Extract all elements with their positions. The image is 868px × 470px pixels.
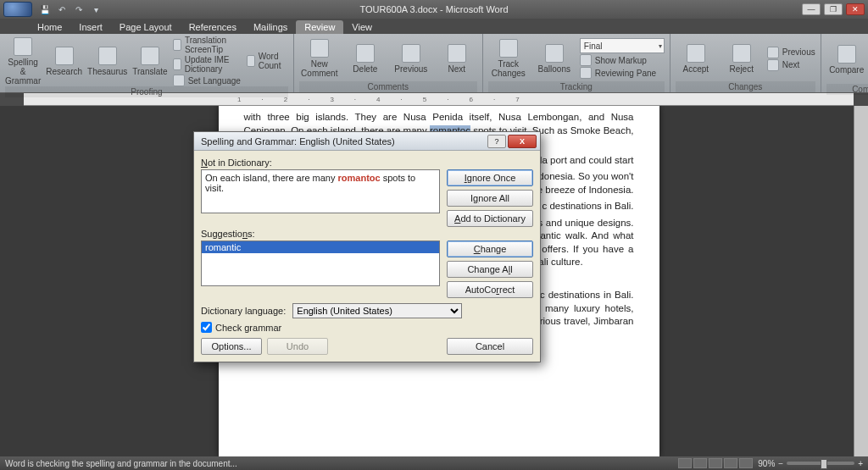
group-changes: Accept Reject Previous Next Changes (670, 34, 821, 92)
tab-insert[interactable]: Insert (70, 20, 111, 34)
ime-icon (173, 58, 181, 70)
track-changes-button[interactable]: Track Changes (488, 36, 529, 81)
vertical-scrollbar[interactable] (854, 106, 868, 456)
next-icon (448, 44, 466, 63)
next-chg-icon (767, 59, 779, 71)
qat-menu-icon[interactable]: ▾ (90, 3, 102, 15)
prev-icon (767, 47, 779, 58)
previous-icon (402, 44, 420, 63)
cancel-button[interactable]: Cancel (447, 338, 533, 355)
dialog-title: Spelling and Grammar: English (United St… (201, 136, 395, 147)
check-grammar-checkbox[interactable]: Check grammar (201, 322, 533, 333)
full-screen-view[interactable] (693, 458, 707, 468)
update-ime-button[interactable]: Update IME Dictionary (173, 55, 242, 74)
group-label-changes: Changes (676, 81, 815, 92)
suggestion-item[interactable]: romantic (202, 241, 439, 253)
tab-references[interactable]: References (181, 20, 245, 34)
screentip-icon (173, 39, 181, 51)
thesaurus-button[interactable]: Thesaurus (87, 36, 127, 86)
reject-button[interactable]: Reject (721, 36, 762, 81)
compare-button[interactable]: Compare (826, 36, 867, 84)
suggestions-listbox[interactable]: romantic (201, 241, 440, 286)
previous-change-button[interactable]: Previous (767, 47, 815, 58)
ignore-all-button[interactable]: Ignore All (447, 190, 533, 207)
quick-access-toolbar: 💾 ↶ ↷ ▾ (39, 3, 102, 15)
dialog-help-button[interactable]: ? (487, 135, 506, 148)
delete-icon (356, 44, 375, 63)
tab-page-layout[interactable]: Page Layout (111, 20, 181, 34)
minimize-button[interactable]: — (802, 3, 821, 15)
status-message: Word is checking the spelling and gramma… (5, 459, 237, 468)
reviewing-pane-button[interactable]: Reviewing Pane (580, 67, 665, 79)
office-button[interactable] (3, 2, 32, 17)
language-icon (173, 75, 185, 86)
dictionary-language-select[interactable]: English (United States) (292, 303, 462, 318)
redo-icon[interactable]: ↷ (73, 3, 85, 15)
new-comment-button[interactable]: New Comment (299, 36, 340, 81)
draft-view[interactable] (739, 458, 753, 468)
research-icon (55, 47, 74, 65)
dictionary-language-label: Dictionary language: (201, 306, 286, 316)
group-compare: Compare Show Source Documents Compare (821, 34, 868, 92)
research-button[interactable]: Research (46, 36, 82, 86)
undo-button: Undo (267, 338, 328, 355)
translation-screentip-button[interactable]: Translation ScreenTip (173, 36, 242, 54)
word-count-button[interactable]: Word Count (247, 52, 288, 70)
undo-icon[interactable]: ↶ (56, 3, 68, 15)
markup-icon (580, 54, 592, 66)
balloons-button[interactable]: Balloons (534, 36, 575, 81)
group-label-proofing: Proofing (5, 86, 288, 97)
ignore-once-button[interactable]: Ignore Once (447, 169, 533, 186)
web-layout-view[interactable] (709, 458, 722, 468)
add-to-dictionary-button[interactable]: Add to Dictionary (447, 210, 533, 227)
status-bar: Word is checking the spelling and gramma… (0, 456, 868, 470)
thesaurus-icon (98, 47, 117, 65)
tab-review[interactable]: Review (296, 20, 343, 34)
spelling-grammar-button[interactable]: Spelling & Grammar (5, 36, 41, 86)
vertical-ruler[interactable] (0, 106, 24, 456)
translate-button[interactable]: Translate (132, 36, 167, 86)
ribbon: Spelling & Grammar Research Thesaurus Tr… (0, 34, 868, 93)
spelling-grammar-dialog: Spelling and Grammar: English (United St… (193, 131, 541, 362)
change-all-button[interactable]: Change All (447, 261, 533, 278)
autocorrect-button[interactable]: AutoCorrect (447, 281, 533, 298)
reject-icon (732, 44, 751, 63)
abc-check-icon (14, 37, 32, 56)
zoom-out-button[interactable]: − (778, 459, 783, 468)
change-button[interactable]: Change (447, 241, 533, 257)
group-label-tracking: Tracking (488, 81, 665, 92)
next-comment-button[interactable]: Next (437, 36, 477, 81)
ribbon-tabs: Home Insert Page Layout References Maili… (0, 19, 868, 34)
previous-comment-button[interactable]: Previous (391, 36, 431, 81)
context-textbox[interactable]: On each island, there are many romantoc … (201, 169, 440, 213)
title-bar: 💾 ↶ ↷ ▾ TOUR600A 3.docx - Microsoft Word… (0, 0, 868, 19)
group-label-comments: Comments (299, 81, 477, 92)
error-word: romantoc (338, 173, 381, 183)
tab-home[interactable]: Home (29, 20, 70, 34)
options-button[interactable]: Options... (201, 338, 262, 355)
zoom-control: 90% − + (758, 459, 863, 468)
dialog-titlebar[interactable]: Spelling and Grammar: English (United St… (194, 132, 540, 151)
tab-view[interactable]: View (343, 20, 381, 34)
next-change-button[interactable]: Next (767, 59, 815, 71)
group-tracking: Track Changes Balloons Final Show Markup… (483, 34, 670, 92)
show-markup-button[interactable]: Show Markup (580, 54, 665, 66)
compare-icon (837, 45, 856, 64)
display-for-review-dropdown[interactable]: Final (580, 38, 665, 53)
window-title: TOUR600A 3.docx - Microsoft Word (359, 4, 508, 14)
save-icon[interactable]: 💾 (39, 3, 51, 15)
accept-button[interactable]: Accept (676, 36, 716, 81)
group-comments: New Comment Delete Previous Next Comment… (294, 34, 483, 92)
delete-comment-button[interactable]: Delete (345, 36, 386, 81)
close-button[interactable]: ✕ (846, 3, 865, 15)
zoom-in-button[interactable]: + (858, 459, 863, 468)
outline-view[interactable] (724, 458, 737, 468)
zoom-slider[interactable] (787, 462, 854, 465)
tab-mailings[interactable]: Mailings (245, 20, 296, 34)
dialog-close-button[interactable]: X (508, 135, 537, 148)
restore-button[interactable]: ❐ (824, 3, 843, 15)
print-layout-view[interactable] (678, 458, 692, 468)
zoom-level[interactable]: 90% (758, 459, 775, 468)
group-label-compare: Compare (826, 84, 868, 95)
set-language-button[interactable]: Set Language (173, 75, 242, 86)
